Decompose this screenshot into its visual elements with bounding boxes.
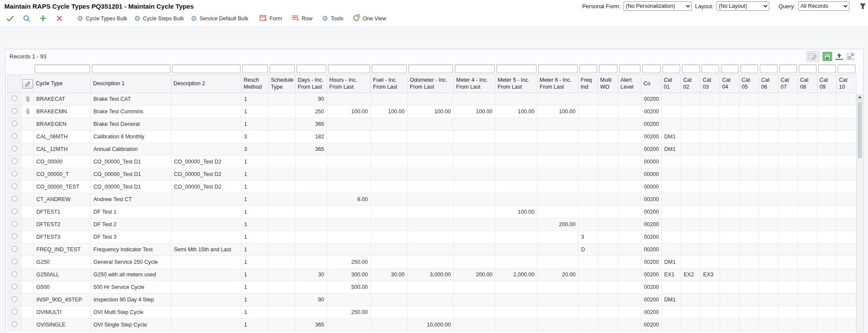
cycle-types-bulk-button[interactable]: ⚙︎ Cycle Types Bulk	[77, 15, 127, 22]
export-grid-icon[interactable]	[823, 52, 832, 61]
form-menu[interactable]: Form	[260, 15, 282, 22]
column-header-co[interactable]: Co	[641, 75, 662, 93]
row-select-radio[interactable]	[12, 171, 17, 176]
qbe-filter-input-resch[interactable]	[242, 64, 268, 73]
column-header-sched[interactable]: Schedule Type	[269, 75, 296, 93]
column-header-cat10[interactable]: Cat 10	[837, 75, 856, 93]
column-header-m5[interactable]: Meter 5 - Inc. From Last	[495, 75, 537, 93]
row-select-radio[interactable]	[12, 183, 17, 189]
paperclip-attachment-icon[interactable]	[25, 97, 30, 103]
row-select-radio[interactable]	[12, 158, 17, 164]
query-select[interactable]: All Records	[798, 1, 849, 11]
column-header-cat9[interactable]: Cat 09	[817, 75, 837, 93]
column-header-cycle_type[interactable]: Cycle Type	[34, 75, 91, 93]
cell-desc2: Semi Mth 15th and Last	[171, 243, 241, 256]
row-select-radio[interactable]	[12, 121, 17, 126]
service-default-bulk-button[interactable]: ⚙︎ Service Default Bulk	[191, 15, 248, 22]
qbe-filter-input-m4[interactable]	[455, 64, 495, 73]
cell-cat9	[817, 269, 837, 281]
find-search-icon[interactable]	[21, 15, 32, 22]
row-select-radio[interactable]	[12, 96, 17, 101]
tools-menu[interactable]: ⚙︎ Tools	[322, 15, 344, 22]
funnel-filter-icon[interactable]	[859, 3, 866, 10]
column-header-days[interactable]: Days - Inc. From Last	[296, 75, 327, 93]
column-header-alert[interactable]: Alert Level	[618, 75, 641, 93]
column-header-cat2[interactable]: Cat 02	[681, 75, 701, 93]
qbe-filter-input-cat2[interactable]	[682, 64, 700, 73]
qbe-filter-input-cat10[interactable]	[838, 64, 855, 73]
qbe-filter-input-hours[interactable]	[328, 64, 370, 73]
qbe-filter-input-cat5[interactable]	[740, 64, 758, 73]
column-header-cat7[interactable]: Cat 07	[778, 75, 798, 93]
layout-select[interactable]: (No Layout)	[717, 1, 769, 11]
column-header-cat1[interactable]: Cat 01	[662, 75, 681, 93]
close-x-icon[interactable]	[54, 15, 65, 22]
qbe-filter-input-freq[interactable]	[579, 64, 597, 73]
cell-days: 90	[296, 294, 327, 306]
import-grid-icon[interactable]	[835, 53, 843, 60]
row-menu[interactable]: Row	[292, 15, 312, 22]
row-select-radio[interactable]	[12, 196, 17, 202]
vertical-scrollbar[interactable]	[856, 94, 863, 333]
column-header-cat6[interactable]: Cat 06	[759, 75, 778, 93]
one-view-menu[interactable]: One View	[353, 14, 386, 22]
row-select-radio[interactable]	[12, 108, 17, 114]
qbe-filter-input-days[interactable]	[296, 64, 326, 73]
column-header-desc2[interactable]: Description 2	[171, 75, 241, 93]
column-header-multi[interactable]: Multi WO	[598, 75, 618, 93]
qbe-filter-input-multi[interactable]	[599, 64, 617, 73]
qbe-filter-input-m5[interactable]	[496, 64, 537, 73]
ok-check-icon[interactable]	[4, 15, 16, 22]
column-header-m6[interactable]: Meter 6 - Inc. From Last	[537, 75, 579, 93]
row-select-radio[interactable]	[12, 133, 17, 139]
qbe-filter-input-co[interactable]	[642, 64, 661, 73]
expand-grid-icon[interactable]	[846, 53, 855, 60]
qbe-filter-input-desc2[interactable]	[172, 64, 241, 73]
row-select-radio[interactable]	[12, 234, 17, 239]
column-header-hours[interactable]: Hours - Inc. From Last	[327, 75, 371, 93]
row-select-radio[interactable]	[12, 309, 17, 314]
qbe-filter-input-desc1[interactable]	[92, 64, 170, 73]
column-header-resch[interactable]: Resch Method	[241, 75, 269, 93]
qbe-filter-input-cat4[interactable]	[721, 64, 739, 73]
qbe-filter-input-odometer[interactable]	[408, 64, 453, 73]
attachment-column-header-icon[interactable]	[23, 79, 33, 89]
customize-grid-icon[interactable]	[807, 51, 820, 62]
column-header-freq[interactable]: Freq Ind	[579, 75, 598, 93]
qbe-filter-input-cat1[interactable]	[662, 64, 680, 73]
row-select-radio[interactable]	[12, 146, 17, 151]
row-select-radio[interactable]	[12, 296, 17, 302]
scrollbar-thumb[interactable]	[858, 102, 862, 158]
row-select-radio[interactable]	[12, 259, 17, 264]
cycle-steps-bulk-button[interactable]: ⚙︎ Cycle Steps Bulk	[134, 15, 184, 22]
qbe-filter-input-alert[interactable]	[619, 64, 640, 73]
column-header-cat4[interactable]: Cat 04	[720, 75, 739, 93]
qbe-filter-input-cat7[interactable]	[779, 64, 797, 73]
qbe-filter-input-fuel[interactable]	[372, 64, 407, 73]
column-header-cat5[interactable]: Cat 05	[739, 75, 759, 93]
column-header-desc1[interactable]: Description 1	[91, 75, 171, 93]
column-header-fuel[interactable]: Fuel - Inc. From Last	[371, 75, 408, 93]
qbe-filter-input-cycle_type[interactable]	[35, 64, 90, 73]
column-header-m4[interactable]: Meter 4 - Inc. From Last	[454, 75, 495, 93]
qbe-filter-input-cat3[interactable]	[701, 64, 719, 73]
column-header-odometer[interactable]: Odometer - Inc. From Last	[408, 75, 454, 93]
row-select-radio[interactable]	[12, 321, 17, 327]
qbe-filter-input-m6[interactable]	[538, 64, 578, 73]
scroll-up-arrow-icon[interactable]	[857, 94, 863, 101]
personal-form-select[interactable]: (No Personalization)	[624, 1, 692, 11]
add-plus-icon[interactable]	[37, 15, 48, 22]
column-header-cat8[interactable]: Cat 08	[798, 75, 817, 93]
row-select-radio[interactable]	[12, 246, 17, 252]
qbe-filter-input-cat8[interactable]	[799, 64, 817, 73]
qbe-filter-input-sched[interactable]	[270, 64, 295, 73]
qbe-filter-input-cat6[interactable]	[760, 64, 778, 73]
column-header-cat3[interactable]: Cat 03	[701, 75, 720, 93]
row-select-radio[interactable]	[12, 271, 17, 277]
row-select-radio[interactable]	[12, 221, 17, 227]
row-select-radio[interactable]	[12, 284, 17, 289]
cell-cat7	[778, 131, 798, 143]
paperclip-attachment-icon[interactable]	[25, 110, 30, 116]
qbe-filter-input-cat9[interactable]	[818, 64, 836, 73]
row-select-radio[interactable]	[12, 208, 17, 214]
